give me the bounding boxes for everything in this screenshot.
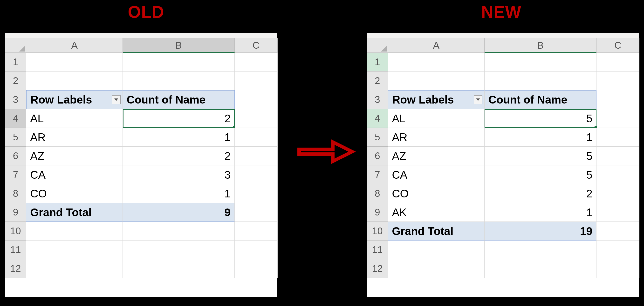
cell-B7[interactable]: 3 bbox=[123, 165, 235, 184]
cell-B10[interactable] bbox=[123, 222, 235, 241]
cell-C5[interactable] bbox=[235, 128, 278, 147]
row-header-7[interactable]: 7 bbox=[5, 165, 26, 184]
row-header-12[interactable]: 12 bbox=[5, 259, 26, 278]
cell-B2[interactable] bbox=[484, 71, 596, 90]
grand-total-value[interactable]: 9 bbox=[123, 203, 235, 222]
cell-C9[interactable] bbox=[596, 203, 640, 222]
cell-A5[interactable]: AR bbox=[26, 128, 123, 147]
row-header-10[interactable]: 10 bbox=[5, 222, 26, 241]
cell-A2[interactable] bbox=[388, 71, 484, 90]
cell-C11[interactable] bbox=[596, 241, 640, 259]
grand-total-value[interactable]: 19 bbox=[484, 222, 596, 241]
cell-C2[interactable] bbox=[596, 71, 640, 90]
filter-dropdown-button[interactable] bbox=[474, 95, 482, 104]
grand-total-label[interactable]: Grand Total bbox=[388, 222, 484, 241]
row-header-4[interactable]: 4 bbox=[367, 109, 388, 128]
row-header-8[interactable]: 8 bbox=[5, 184, 26, 203]
pivot-count-header[interactable]: Count of Name bbox=[123, 90, 235, 109]
cell-C8[interactable] bbox=[235, 184, 278, 203]
cell-B6[interactable]: 2 bbox=[123, 147, 235, 165]
cell-C12[interactable] bbox=[596, 259, 640, 278]
cell-C1[interactable] bbox=[596, 53, 640, 71]
cell-C5[interactable] bbox=[596, 128, 640, 147]
cell-C2[interactable] bbox=[235, 71, 278, 90]
col-header-C[interactable]: C bbox=[596, 38, 640, 53]
cell-B5[interactable]: 1 bbox=[123, 128, 235, 147]
row-header-9[interactable]: 9 bbox=[5, 203, 26, 222]
cell-A4[interactable]: AL bbox=[388, 109, 484, 128]
cell-A11[interactable] bbox=[26, 241, 123, 259]
row-header-1[interactable]: 1 bbox=[367, 53, 388, 71]
cell-B4[interactable]: 5 bbox=[484, 109, 596, 128]
cell-A6[interactable]: AZ bbox=[26, 147, 123, 165]
cell-B1[interactable] bbox=[123, 53, 235, 71]
cell-C7[interactable] bbox=[235, 165, 278, 184]
col-header-B[interactable]: B bbox=[484, 38, 596, 53]
row-header-10[interactable]: 10 bbox=[367, 222, 388, 241]
cell-A12[interactable] bbox=[388, 259, 484, 278]
pivot-row-labels-header[interactable]: Row Labels bbox=[26, 90, 123, 109]
cell-C12[interactable] bbox=[235, 259, 278, 278]
cell-B12[interactable] bbox=[123, 259, 235, 278]
row-header-7[interactable]: 7 bbox=[367, 165, 388, 184]
row-header-6[interactable]: 6 bbox=[5, 147, 26, 165]
cell-C7[interactable] bbox=[596, 165, 640, 184]
cell-C4[interactable] bbox=[596, 109, 640, 128]
col-header-A[interactable]: A bbox=[26, 38, 123, 53]
cell-C6[interactable] bbox=[596, 147, 640, 165]
cell-C9[interactable] bbox=[235, 203, 278, 222]
row-header-6[interactable]: 6 bbox=[367, 147, 388, 165]
cell-A7[interactable]: CA bbox=[388, 165, 484, 184]
spreadsheet-grid-new[interactable]: A B C 1 2 3 Row Labels Count of Name bbox=[367, 38, 639, 278]
col-header-A[interactable]: A bbox=[388, 38, 484, 53]
row-header-1[interactable]: 1 bbox=[5, 53, 26, 71]
row-header-12[interactable]: 12 bbox=[367, 259, 388, 278]
cell-B5[interactable]: 1 bbox=[484, 128, 596, 147]
select-all-corner[interactable] bbox=[367, 38, 388, 53]
pivot-row-labels-header[interactable]: Row Labels bbox=[388, 90, 484, 109]
row-header-2[interactable]: 2 bbox=[5, 71, 26, 90]
col-header-B[interactable]: B bbox=[123, 38, 235, 53]
cell-A12[interactable] bbox=[26, 259, 123, 278]
pivot-count-header[interactable]: Count of Name bbox=[484, 90, 596, 109]
cell-A2[interactable] bbox=[26, 71, 123, 90]
col-header-C[interactable]: C bbox=[235, 38, 278, 53]
cell-A8[interactable]: CO bbox=[388, 184, 484, 203]
row-header-8[interactable]: 8 bbox=[367, 184, 388, 203]
cell-B9[interactable]: 1 bbox=[484, 203, 596, 222]
row-header-9[interactable]: 9 bbox=[367, 203, 388, 222]
cell-A5[interactable]: AR bbox=[388, 128, 484, 147]
row-header-3[interactable]: 3 bbox=[5, 90, 26, 109]
cell-A8[interactable]: CO bbox=[26, 184, 123, 203]
filter-dropdown-button[interactable] bbox=[112, 95, 120, 104]
cell-C4[interactable] bbox=[235, 109, 278, 128]
row-header-5[interactable]: 5 bbox=[367, 128, 388, 147]
cell-A10[interactable] bbox=[26, 222, 123, 241]
row-header-3[interactable]: 3 bbox=[367, 90, 388, 109]
cell-B2[interactable] bbox=[123, 71, 235, 90]
cell-B6[interactable]: 5 bbox=[484, 147, 596, 165]
cell-B8[interactable]: 1 bbox=[123, 184, 235, 203]
cell-C10[interactable] bbox=[596, 222, 640, 241]
select-all-corner[interactable] bbox=[5, 38, 26, 53]
cell-C6[interactable] bbox=[235, 147, 278, 165]
cell-B7[interactable]: 5 bbox=[484, 165, 596, 184]
cell-C3[interactable] bbox=[596, 90, 640, 109]
cell-B1[interactable] bbox=[484, 53, 596, 71]
cell-A1[interactable] bbox=[388, 53, 484, 71]
cell-A9[interactable]: AK bbox=[388, 203, 484, 222]
cell-A4[interactable]: AL bbox=[26, 109, 123, 128]
cell-C11[interactable] bbox=[235, 241, 278, 259]
row-header-4[interactable]: 4 bbox=[5, 109, 26, 128]
row-header-5[interactable]: 5 bbox=[5, 128, 26, 147]
spreadsheet-grid-old[interactable]: A B C 1 2 3 Row Labels Count of Name bbox=[5, 38, 277, 278]
cell-A1[interactable] bbox=[26, 53, 123, 71]
cell-A6[interactable]: AZ bbox=[388, 147, 484, 165]
grand-total-label[interactable]: Grand Total bbox=[26, 203, 123, 222]
cell-A11[interactable] bbox=[388, 241, 484, 259]
row-header-11[interactable]: 11 bbox=[367, 241, 388, 259]
cell-C10[interactable] bbox=[235, 222, 278, 241]
cell-B8[interactable]: 2 bbox=[484, 184, 596, 203]
cell-C3[interactable] bbox=[235, 90, 278, 109]
row-header-2[interactable]: 2 bbox=[367, 71, 388, 90]
